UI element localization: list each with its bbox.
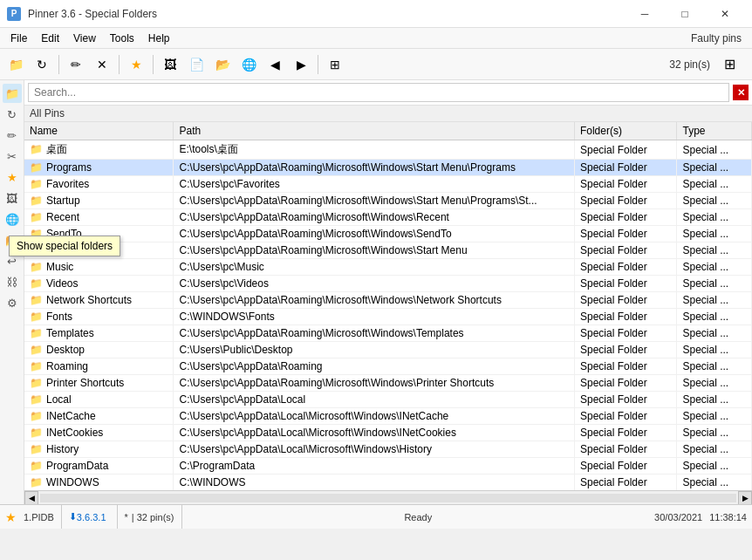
table-row[interactable]: 📁RoamingC:\Users\pc\AppData\RoamingSpeci… [24, 359, 752, 375]
toolbar-globe-btn[interactable]: 🌐 [236, 52, 261, 77]
cell-folder: Special Folder [574, 160, 677, 176]
sidebar-icon-settings[interactable]: ⚙ [3, 293, 22, 312]
toolbar-folder-btn[interactable]: 📂 [210, 52, 235, 77]
toolbar-new-btn[interactable]: 📁 [3, 52, 28, 77]
search-input[interactable] [28, 83, 729, 102]
maximize-button[interactable]: □ [665, 0, 705, 28]
scroll-left-arrow[interactable]: ◀ [24, 491, 38, 505]
col-name[interactable]: Name [24, 122, 174, 140]
cell-path: C:\Users\pc\AppData\Local\Microsoft\Wind… [174, 425, 574, 441]
table-container[interactable]: Name Path Folder(s) Type 📁桌面E:\tools\桌面S… [24, 122, 752, 490]
menu-view[interactable]: View [66, 31, 103, 46]
table-row[interactable]: 📁INetCacheC:\Users\pc\AppData\Local\Micr… [24, 408, 752, 425]
table-row[interactable]: 📁INetCookiesC:\Users\pc\AppData\Local\Mi… [24, 425, 752, 441]
table-row[interactable]: 📁DesktopC:\Users\Public\DesktopSpecial F… [24, 342, 752, 359]
sidebar-icon-chain[interactable]: ⛓ [3, 272, 22, 291]
pins-table: Name Path Folder(s) Type 📁桌面E:\tools\桌面S… [24, 122, 752, 490]
cell-name: 📁INetCache [24, 408, 174, 425]
cell-name: 📁Favorites [24, 176, 174, 193]
cell-name: 📁Templates [24, 325, 174, 342]
toolbar-pins-count: 32 pin(s) ⊞ [669, 52, 749, 77]
table-row[interactable]: 📁WINDOWSC:\WINDOWSSpecial FolderSpecial … [24, 475, 752, 491]
table-row[interactable]: 📁FontsC:\WINDOWS\FontsSpecial FolderSpec… [24, 309, 752, 325]
table-row[interactable]: 📁MusicC:\Users\pc\MusicSpecial FolderSpe… [24, 259, 752, 276]
cell-type: Special ... [677, 193, 752, 209]
title-bar: P Pinner 3.6 - Special Folders ─ □ ✕ [0, 0, 752, 28]
cell-folder: Special Folder [574, 276, 677, 292]
toolbar-file-btn[interactable]: 📄 [184, 52, 209, 77]
table-row[interactable]: 📁ProgramsC:\Users\pc\AppData\Roaming\Mic… [24, 160, 752, 176]
table-row[interactable]: 📁Network ShortcutsC:\Users\pc\AppData\Ro… [24, 292, 752, 309]
table-row[interactable]: 📁HistoryC:\Users\pc\AppData\Local\Micros… [24, 441, 752, 458]
cell-folder: Special Folder [574, 325, 677, 342]
tooltip-show-special-folders: Show special folders [9, 236, 120, 256]
cell-path: C:\WINDOWS\Fonts [174, 309, 574, 325]
minimize-button[interactable]: ─ [625, 0, 665, 28]
table-row[interactable]: 📁Printer ShortcutsC:\Users\pc\AppData\Ro… [24, 375, 752, 392]
sidebar-icon-refresh[interactable]: ↻ [3, 105, 22, 124]
menu-file[interactable]: File [3, 31, 34, 46]
col-path[interactable]: Path [174, 122, 574, 140]
cell-path: C:\Users\pc\Music [174, 259, 574, 276]
cell-folder: Special Folder [574, 425, 677, 441]
table-row[interactable]: 📁FavoritesC:\Users\pc\FavoritesSpecial F… [24, 176, 752, 193]
cell-type: Special ... [677, 276, 752, 292]
sidebar-icon-folder[interactable]: 📁 [3, 84, 22, 103]
cell-name: 📁Roaming [24, 359, 174, 375]
table-row[interactable]: 📁RecentC:\Users\pc\AppData\Roaming\Micro… [24, 209, 752, 226]
cell-type: Special ... [677, 359, 752, 375]
cell-path: E:\tools\桌面 [174, 140, 574, 160]
cell-path: C:\Users\pc\AppData\Roaming\Microsoft\Wi… [174, 292, 574, 309]
menu-edit[interactable]: Edit [34, 31, 66, 46]
table-row[interactable]: 📁VideosC:\Users\pc\VideosSpecial FolderS… [24, 276, 752, 292]
cell-path: C:\Users\pc\AppData\Roaming\Microsoft\Wi… [174, 193, 574, 209]
cell-path: C:\Users\pc\Videos [174, 276, 574, 292]
menu-tools[interactable]: Tools [103, 31, 141, 46]
cell-path: C:\Users\pc\AppData\Local\Microsoft\Wind… [174, 441, 574, 458]
cell-folder: Special Folder [574, 140, 677, 160]
status-download-icon: ⬇ 3.6.3.1 [62, 505, 118, 529]
table-row[interactable]: 📁ProgramDataC:\ProgramDataSpecial Folder… [24, 458, 752, 475]
cell-path: C:\Users\pc\AppData\Local [174, 392, 574, 408]
sidebar-icon-scissors[interactable]: ✂ [3, 147, 22, 166]
table-row[interactable]: 📁SendToC:\Users\pc\AppData\Roaming\Micro… [24, 226, 752, 242]
cell-path: C:\Users\pc\AppData\Roaming [174, 359, 574, 375]
cell-type: Special ... [677, 441, 752, 458]
cell-name: 📁Recent [24, 209, 174, 226]
toolbar-grid-btn[interactable]: ⊞ [323, 52, 347, 77]
col-type[interactable]: Type [677, 122, 752, 140]
toolbar-arrow-left-btn[interactable]: ◀ [263, 52, 287, 77]
table-row[interactable]: 📁TemplatesC:\Users\pc\AppData\Roaming\Mi… [24, 325, 752, 342]
toolbar-refresh-btn[interactable]: ↻ [30, 52, 54, 77]
close-button[interactable]: ✕ [705, 0, 745, 28]
toolbar-star-btn[interactable]: ★ [124, 52, 148, 77]
table-row[interactable]: 📁StartupC:\Users\pc\AppData\Roaming\Micr… [24, 193, 752, 209]
cell-path: C:\Users\pc\AppData\Roaming\Microsoft\Wi… [174, 325, 574, 342]
cell-name: 📁Desktop [24, 342, 174, 359]
toolbar-sep-2 [119, 55, 120, 74]
toolbar-edit-btn[interactable]: ✏ [64, 52, 88, 77]
sidebar-icon-edit[interactable]: ✏ [3, 126, 22, 145]
cell-name: 📁桌面 [24, 140, 174, 160]
scroll-right-arrow[interactable]: ▶ [738, 491, 752, 505]
table-row[interactable]: 📁桌面E:\tools\桌面Special FolderSpecial ... [24, 140, 752, 160]
sidebar-icon-globe[interactable]: 🌐 [3, 209, 22, 229]
col-folder[interactable]: Folder(s) [574, 122, 677, 140]
cell-type: Special ... [677, 292, 752, 309]
table-row[interactable]: 📁Start MenuC:\Users\pc\AppData\Roaming\M… [24, 242, 752, 259]
toolbar-pins-icon[interactable]: ⊞ [717, 52, 742, 77]
toolbar-arrow-right-btn[interactable]: ▶ [289, 52, 313, 77]
cell-folder: Special Folder [574, 342, 677, 359]
table-row[interactable]: 📁LocalC:\Users\pc\AppData\LocalSpecial F… [24, 392, 752, 408]
sidebar-icon-image[interactable]: 🖼 [3, 188, 22, 208]
horizontal-scrollbar[interactable]: ◀ ▶ [24, 490, 752, 504]
menu-help[interactable]: Help [141, 31, 177, 46]
cell-folder: Special Folder [574, 209, 677, 226]
cell-type: Special ... [677, 140, 752, 160]
cell-name: 📁Printer Shortcuts [24, 375, 174, 392]
search-clear-button[interactable]: ✕ [733, 85, 749, 100]
cell-path: C:\Users\pc\AppData\Roaming\Microsoft\Wi… [174, 209, 574, 226]
toolbar-img-btn[interactable]: 🖼 [158, 52, 182, 77]
toolbar-delete-btn[interactable]: ✕ [90, 52, 114, 77]
sidebar-icon-star[interactable]: ★ [3, 167, 22, 187]
